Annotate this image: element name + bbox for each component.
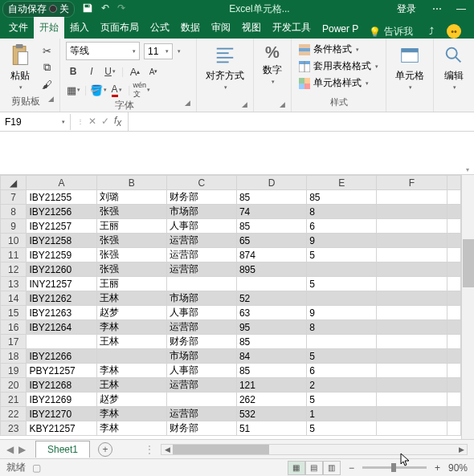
cell[interactable] — [447, 349, 461, 364]
cell[interactable]: PBY21257 — [27, 364, 96, 378]
zoom-out-button[interactable]: − — [349, 462, 354, 474]
font-color-button[interactable]: A▾ — [109, 83, 124, 97]
paste-button[interactable]: 粘贴 ▾ — [6, 42, 35, 92]
cell[interactable]: 张强 — [96, 234, 166, 248]
row-header[interactable]: 15 — [1, 306, 27, 320]
cell[interactable]: IBY21260 — [27, 262, 96, 277]
cell[interactable]: 9 — [307, 306, 377, 320]
column-header[interactable]: D — [236, 176, 306, 190]
bold-button[interactable]: B — [66, 64, 80, 79]
cell[interactable] — [377, 205, 447, 219]
cell[interactable]: IBY21256 — [27, 205, 96, 219]
row-header[interactable]: 12 — [1, 262, 27, 277]
cell[interactable]: 5 — [307, 393, 377, 407]
cell[interactable]: 874 — [236, 248, 306, 262]
cell[interactable]: 85 — [236, 190, 306, 205]
cell[interactable]: 6 — [307, 219, 377, 234]
cell[interactable]: 运营部 — [166, 378, 236, 393]
cell[interactable]: IBY21268 — [27, 378, 96, 393]
column-header[interactable]: E — [307, 176, 377, 190]
prev-sheet-icon[interactable]: ◀ — [6, 444, 14, 455]
cell[interactable]: 赵梦 — [96, 306, 166, 320]
cell[interactable]: IBY21257 — [27, 219, 96, 234]
row-header[interactable]: 20 — [1, 378, 27, 393]
cell[interactable]: 运营部 — [166, 248, 236, 262]
login-button[interactable]: 登录 — [389, 2, 424, 16]
tab-data[interactable]: 数据 — [175, 17, 206, 39]
cell[interactable] — [377, 248, 447, 262]
cell[interactable] — [377, 277, 447, 291]
cell[interactable]: 5 — [307, 248, 377, 262]
cell[interactable] — [377, 364, 447, 378]
decrease-font-icon[interactable]: A▾ — [146, 64, 161, 79]
row-header[interactable]: 19 — [1, 364, 27, 378]
cell[interactable]: IBY21259 — [27, 248, 96, 262]
tab-file[interactable]: 文件 — [3, 17, 34, 39]
cell[interactable] — [447, 248, 461, 262]
cell[interactable]: 1 — [307, 407, 377, 421]
cell[interactable]: 李林 — [96, 421, 166, 436]
page-break-view-button[interactable]: ▥ — [323, 461, 341, 475]
row-header[interactable]: 11 — [1, 248, 27, 262]
cell[interactable]: 运营部 — [166, 320, 236, 335]
cell[interactable] — [377, 335, 447, 349]
cell[interactable]: 运营部 — [166, 262, 236, 277]
cell[interactable] — [447, 219, 461, 234]
cells-button[interactable]: 单元格▾ — [392, 42, 427, 92]
cell[interactable] — [447, 306, 461, 320]
cell[interactable] — [447, 335, 461, 349]
cell[interactable] — [307, 291, 377, 306]
cell[interactable] — [377, 320, 447, 335]
cell[interactable]: 刘璐 — [96, 190, 166, 205]
formula-input[interactable] — [128, 112, 474, 131]
next-sheet-icon[interactable]: ▶ — [18, 444, 26, 455]
cell[interactable] — [377, 234, 447, 248]
row-header[interactable]: 17 — [1, 335, 27, 349]
cell[interactable]: IBY21263 — [27, 306, 96, 320]
cell[interactable]: 运营部 — [166, 407, 236, 421]
cell[interactable]: 赵梦 — [96, 393, 166, 407]
cell[interactable] — [447, 364, 461, 378]
cell[interactable] — [447, 378, 461, 393]
page-layout-view-button[interactable]: ▤ — [305, 461, 323, 475]
scroll-thumb[interactable] — [463, 239, 474, 287]
zoom-slider[interactable] — [362, 466, 427, 469]
cell[interactable]: 财务部 — [166, 335, 236, 349]
zoom-in-button[interactable]: + — [435, 462, 440, 474]
cell[interactable] — [377, 393, 447, 407]
cell[interactable] — [447, 393, 461, 407]
cell[interactable]: 85 — [236, 219, 306, 234]
cell[interactable] — [377, 219, 447, 234]
row-header[interactable]: 22 — [1, 407, 27, 421]
font-name-select[interactable]: 等线▾ — [66, 42, 140, 60]
cell[interactable]: 李林 — [96, 407, 166, 421]
cell[interactable]: 市场部 — [166, 205, 236, 219]
cell[interactable]: 市场部 — [166, 349, 236, 364]
undo-icon[interactable]: ↶ — [101, 2, 109, 16]
cell[interactable] — [447, 205, 461, 219]
conditional-format-button[interactable]: 条件格式▾ — [297, 42, 380, 57]
add-sheet-button[interactable]: + — [98, 442, 112, 457]
fx-icon[interactable]: fx — [114, 115, 121, 128]
share-icon[interactable]: ⤴ — [429, 26, 434, 37]
cell[interactable]: 63 — [236, 306, 306, 320]
horizontal-scrollbar[interactable]: ◀▶ — [161, 444, 468, 455]
cell[interactable] — [96, 349, 166, 364]
chevron-down-icon[interactable]: ▾ — [178, 48, 181, 55]
cell[interactable] — [377, 262, 447, 277]
underline-button[interactable]: U▾ — [103, 64, 117, 79]
cell[interactable]: 121 — [236, 378, 306, 393]
cell[interactable] — [377, 190, 447, 205]
cell[interactable] — [377, 421, 447, 436]
dialog-launcher-icon[interactable]: ◢ — [242, 100, 247, 108]
cell[interactable]: IBY21255 — [27, 190, 96, 205]
cell[interactable]: IBY21264 — [27, 320, 96, 335]
row-header[interactable]: 14 — [1, 291, 27, 306]
cell[interactable]: 王丽 — [96, 277, 166, 291]
enter-icon[interactable]: ✓ — [101, 116, 109, 127]
column-header[interactable]: B — [96, 176, 166, 190]
cell[interactable]: INY21257 — [27, 277, 96, 291]
cell[interactable]: 74 — [236, 205, 306, 219]
cell[interactable]: 张强 — [96, 262, 166, 277]
scroll-thumb[interactable] — [173, 445, 269, 454]
